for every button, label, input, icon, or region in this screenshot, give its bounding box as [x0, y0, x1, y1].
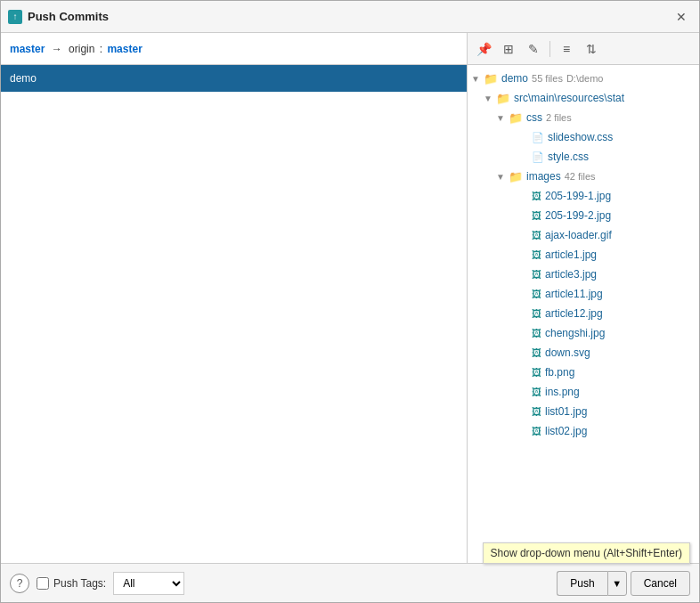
tree-node-src[interactable]: ▼ 📁 src\main\resources\stat	[468, 88, 699, 108]
branch-arrow: →	[52, 43, 62, 55]
action-buttons: Show drop-down menu (Alt+Shift+Enter) Pu…	[557, 571, 690, 596]
bottom-bar: ? Push Tags: All None Show drop-down men…	[1, 563, 699, 602]
pin-icon: 📌	[476, 42, 492, 56]
toolbar-separator	[549, 41, 550, 57]
list-item[interactable]: 🖼205-199-2.jpg	[468, 206, 699, 225]
node-name: demo	[501, 72, 528, 85]
tree-icon: ⊞	[503, 42, 514, 56]
cancel-button[interactable]: Cancel	[631, 571, 690, 596]
node-name: list02.jpg	[545, 425, 587, 437]
filter-button[interactable]: ⇅	[581, 38, 602, 60]
chevron-down-icon: ▼	[612, 578, 622, 589]
tooltip-popup: Show drop-down menu (Alt+Shift+Enter)	[483, 542, 690, 564]
chevron-down-icon: ▼	[496, 172, 509, 182]
chevron-down-icon: ▼	[496, 113, 509, 123]
list-item[interactable]: 🖼article12.jpg	[468, 304, 699, 323]
dialog-icon: ↑	[8, 10, 22, 24]
image-file-icon: 🖼	[532, 230, 541, 240]
dialog-title: Push Commits	[28, 10, 109, 23]
css-file-icon: 📄	[532, 151, 544, 163]
target-branch: master	[107, 43, 142, 55]
node-meta: 42 files	[565, 171, 596, 182]
node-name: ajax-loader.gif	[545, 229, 612, 241]
right-toolbar: 📌 ⊞ ✎ ≡ ⇅	[468, 33, 699, 65]
list-item[interactable]: 🖼list02.jpg	[468, 421, 699, 441]
image-file-icon: 🖼	[532, 367, 541, 378]
folder-icon: 📁	[509, 111, 523, 125]
node-meta: 55 files	[532, 73, 563, 84]
folder-icon: 📁	[484, 72, 498, 86]
list-item[interactable]: 🖼ajax-loader.gif	[468, 225, 699, 245]
node-name: article11.jpg	[545, 288, 603, 300]
close-button[interactable]: ✕	[671, 6, 692, 28]
branch-bar: master → origin : master	[1, 33, 467, 65]
remote-name: origin	[69, 43, 94, 55]
image-file-icon: 🖼	[532, 191, 541, 201]
list-item[interactable]: 🖼list01.jpg	[468, 402, 699, 421]
image-file-icon: 🖼	[532, 289, 541, 299]
file-tree: ▼ 📁 demo 55 files D:\demo ▼ 📁 src\main\r…	[468, 65, 699, 563]
title-bar-left: ↑ Push Commits	[8, 10, 109, 24]
list-item[interactable]: 🖼down.svg	[468, 343, 699, 363]
commit-list: demo	[1, 65, 467, 563]
image-file-icon: 🖼	[532, 347, 541, 358]
image-file-icon: 🖼	[532, 328, 541, 338]
list-item[interactable]: 🖼article11.jpg	[468, 284, 699, 304]
tree-node-slideshow[interactable]: 📄 slideshow.css	[468, 127, 699, 147]
push-tags-select[interactable]: All None	[113, 572, 184, 595]
node-name: css	[526, 111, 542, 124]
commit-item[interactable]: demo	[1, 65, 467, 92]
node-name: src\main\resources\stat	[514, 92, 624, 104]
list-item[interactable]: 🖼205-199-1.jpg	[468, 186, 699, 206]
node-name: ins.png	[545, 386, 580, 398]
tree-node-images[interactable]: ▼ 📁 images 42 files	[468, 167, 699, 186]
image-file-icon: 🖼	[532, 308, 541, 319]
node-name: 205-199-1.jpg	[545, 190, 611, 202]
node-name: article1.jpg	[545, 249, 597, 261]
tree-node-css[interactable]: ▼ 📁 css 2 files	[468, 108, 699, 127]
tree-view-button[interactable]: ⊞	[498, 38, 519, 60]
node-name: style.css	[548, 151, 589, 163]
list-item[interactable]: 🖼article1.jpg	[468, 245, 699, 265]
node-name: 205-199-2.jpg	[545, 209, 611, 222]
edit-button[interactable]: ✎	[523, 38, 544, 60]
chevron-down-icon: ▼	[471, 74, 484, 84]
push-commits-dialog: ↑ Push Commits ✕ master → origin : maste…	[0, 0, 700, 603]
list-item[interactable]: 🖼fb.png	[468, 363, 699, 382]
sort-button[interactable]: ≡	[556, 38, 577, 60]
node-name: article12.jpg	[545, 307, 603, 320]
node-name: article3.jpg	[545, 268, 597, 281]
push-tags-label: Push Tags:	[53, 577, 106, 590]
left-panel: master → origin : master demo	[1, 33, 468, 563]
list-item[interactable]: 🖼ins.png	[468, 382, 699, 402]
local-branch: master	[10, 43, 45, 55]
image-file-icon: 🖼	[532, 269, 541, 280]
tree-node-style[interactable]: 📄 style.css	[468, 147, 699, 167]
image-file-icon: 🖼	[532, 210, 541, 221]
node-name: slideshow.css	[548, 131, 613, 143]
right-panel: 📌 ⊞ ✎ ≡ ⇅	[468, 33, 699, 563]
css-file-icon: 📄	[532, 132, 544, 143]
image-file-icon: 🖼	[532, 406, 541, 417]
image-file-icon: 🖼	[532, 426, 541, 436]
node-name: images	[526, 170, 561, 183]
push-dropdown-button[interactable]: ▼	[607, 571, 627, 596]
sort-icon: ≡	[563, 42, 570, 56]
branch-info: master → origin : master	[10, 43, 142, 55]
edit-icon: ✎	[528, 42, 539, 56]
folder-icon: 📁	[496, 92, 510, 105]
list-item[interactable]: 🖼chengshi.jpg	[468, 323, 699, 343]
title-bar: ↑ Push Commits ✕	[1, 1, 699, 33]
push-button[interactable]: Push	[557, 571, 606, 596]
image-file-icon: 🖼	[532, 249, 541, 260]
list-item[interactable]: 🖼article3.jpg	[468, 265, 699, 284]
node-name: down.svg	[545, 346, 590, 359]
help-button[interactable]: ?	[10, 574, 29, 593]
main-content: master → origin : master demo 📌	[1, 33, 699, 563]
node-name: list01.jpg	[545, 405, 587, 418]
pin-button[interactable]: 📌	[473, 38, 494, 60]
push-tags-section: Push Tags:	[37, 577, 106, 590]
push-tags-checkbox[interactable]	[37, 577, 49, 590]
folder-icon: 📁	[509, 170, 523, 183]
tree-node-demo[interactable]: ▼ 📁 demo 55 files D:\demo	[468, 69, 699, 88]
